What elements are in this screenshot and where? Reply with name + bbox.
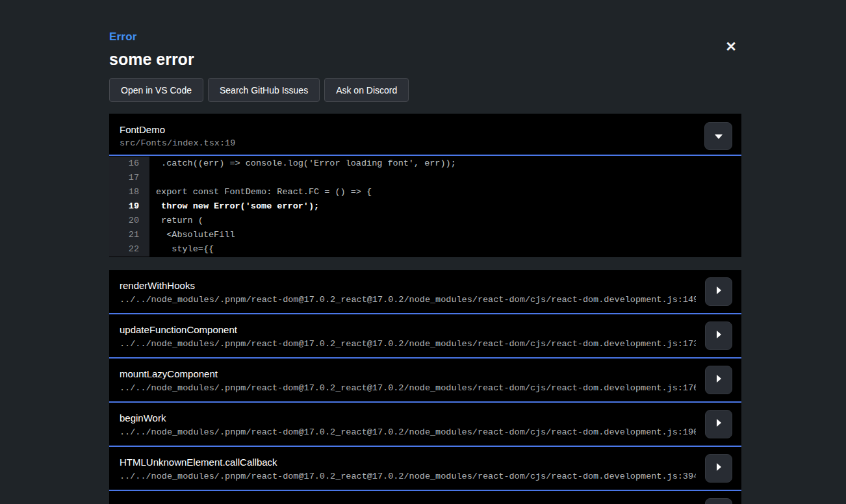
stack-frame-path: ../../node_modules/.pnpm/react-dom@17.0.…: [120, 472, 696, 481]
caret-right-icon: [715, 462, 722, 474]
stack-frame-row: renderWithHooks ../../node_modules/.pnpm…: [109, 270, 741, 314]
code-frame-location: src/Fonts/index.tsx:19: [120, 138, 731, 148]
code-line: 21 <AbsoluteFill: [109, 228, 741, 242]
stack-frame-path: ../../node_modules/.pnpm/react-dom@17.0.…: [120, 295, 696, 305]
caret-right-icon: [715, 374, 722, 386]
code-line: 20 return (: [109, 214, 741, 228]
expand-stack-frame-button[interactable]: [705, 410, 732, 438]
code-line: 16 .catch((err) => console.log('Error lo…: [109, 157, 741, 171]
line-number: 19: [109, 199, 149, 214]
expand-stack-frame-button[interactable]: [705, 498, 732, 504]
stack-frame-name: beginWork: [120, 412, 696, 423]
stack-frame-name: HTMLUnknownElement.callCallback: [120, 457, 696, 468]
line-number: 21: [109, 228, 149, 242]
ask-on-discord-button[interactable]: Ask on Discord: [324, 78, 409, 102]
stack-frame-row: mountLazyComponent ../../node_modules/.p…: [109, 359, 741, 403]
stack-frame-name: updateFunctionComponent: [120, 324, 696, 335]
collapse-code-frame-button[interactable]: [704, 122, 732, 150]
code-frame-panel: FontDemo src/Fonts/index.tsx:19 16 .catc…: [109, 114, 741, 257]
code-line: 22 style={{: [109, 242, 741, 257]
code-line: 18 export const FontDemo: React.FC = () …: [109, 185, 741, 199]
close-icon[interactable]: ✕: [721, 37, 741, 57]
code-text: throw new Error('some error');: [149, 199, 319, 214]
open-in-vscode-button[interactable]: Open in VS Code: [109, 78, 203, 102]
code-lines: 16 .catch((err) => console.log('Error lo…: [109, 156, 741, 257]
line-number: 16: [109, 157, 149, 171]
line-number: 18: [109, 185, 149, 199]
stack-frame-row: HTMLUnknownElement.callCallback ../../no…: [109, 447, 741, 491]
line-number: 22: [109, 242, 149, 257]
stack-trace-list: renderWithHooks ../../node_modules/.pnpm…: [109, 270, 741, 504]
code-text: style={{: [149, 242, 214, 257]
action-buttons: Open in VS Code Search GitHub Issues Ask…: [109, 78, 409, 102]
stack-frame-path: ../../node_modules/.pnpm/react-dom@17.0.…: [120, 339, 696, 349]
code-text: .catch((err) => console.log('Error loadi…: [149, 157, 456, 171]
stack-frame-path: ../../node_modules/.pnpm/react-dom@17.0.…: [120, 383, 696, 393]
caret-right-icon: [715, 418, 722, 430]
expand-stack-frame-button[interactable]: [705, 454, 732, 483]
code-frame-header: FontDemo src/Fonts/index.tsx:19: [109, 114, 741, 156]
stack-frame-row-partial: [109, 491, 741, 504]
stack-frame-path: ../../node_modules/.pnpm/react-dom@17.0.…: [120, 427, 696, 437]
expand-stack-frame-button[interactable]: [705, 366, 732, 394]
search-github-issues-button[interactable]: Search GitHub Issues: [208, 78, 320, 102]
line-number: 17: [109, 171, 149, 185]
code-frame-function-name: FontDemo: [120, 124, 731, 135]
code-text: [149, 171, 156, 185]
code-text: return (: [149, 214, 203, 228]
expand-stack-frame-button[interactable]: [705, 321, 732, 350]
error-message-title: some error: [109, 50, 194, 69]
caret-right-icon: [715, 330, 722, 342]
stack-frame-row: beginWork ../../node_modules/.pnpm/react…: [109, 403, 741, 447]
line-number: 20: [109, 214, 149, 228]
code-text: export const FontDemo: React.FC = () => …: [149, 185, 372, 199]
caret-right-icon: [715, 286, 722, 297]
code-line-highlighted: 19 throw new Error('some error');: [109, 199, 741, 214]
code-line: 17: [109, 171, 741, 185]
stack-frame-name: renderWithHooks: [120, 280, 696, 291]
expand-stack-frame-button[interactable]: [705, 277, 732, 306]
caret-down-icon: [714, 131, 723, 142]
stack-frame-name: mountLazyComponent: [120, 368, 696, 379]
error-kicker: Error: [109, 31, 137, 44]
stack-frame-row: updateFunctionComponent ../../node_modul…: [109, 314, 741, 359]
code-text: <AbsoluteFill: [149, 228, 235, 242]
